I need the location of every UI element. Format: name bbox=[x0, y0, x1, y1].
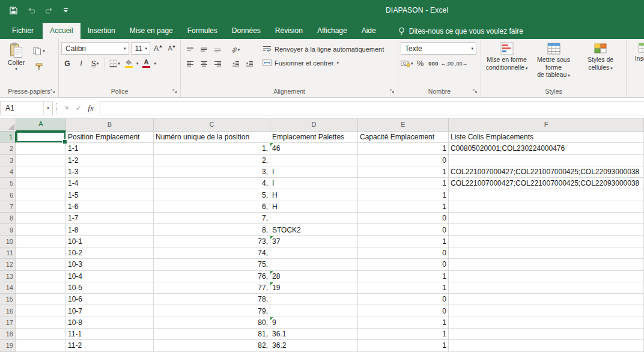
cell-E14[interactable]: 1 bbox=[358, 282, 449, 294]
cell-B16[interactable]: 10-7 bbox=[66, 305, 154, 317]
tab-formules[interactable]: Formules bbox=[180, 23, 225, 39]
cell-C7[interactable]: 6, bbox=[154, 201, 270, 213]
cell-E12[interactable]: 0 bbox=[358, 259, 449, 270]
row-header-17[interactable]: 17 bbox=[0, 317, 16, 329]
cell-A10[interactable] bbox=[16, 236, 66, 247]
tab-affichage[interactable]: Affichage bbox=[310, 23, 354, 39]
row-header-6[interactable]: 6 bbox=[0, 189, 16, 201]
cell-B6[interactable]: 1-5 bbox=[66, 189, 154, 201]
decrease-indent-button[interactable] bbox=[229, 58, 242, 70]
cell-A18[interactable] bbox=[16, 329, 66, 340]
cell-E16[interactable]: 0 bbox=[358, 305, 449, 317]
row-header-15[interactable]: 15 bbox=[0, 294, 16, 305]
cell-B5[interactable]: 1-4 bbox=[66, 178, 154, 189]
column-header-E[interactable]: E bbox=[358, 118, 449, 132]
cell-A9[interactable] bbox=[16, 224, 66, 235]
percent-style-button[interactable]: % bbox=[415, 57, 427, 70]
cell-D5[interactable]: I bbox=[270, 178, 358, 189]
column-header-B[interactable]: B bbox=[66, 118, 154, 132]
cell-C13[interactable]: 76, bbox=[154, 271, 270, 282]
cell-F3[interactable] bbox=[449, 155, 644, 166]
cell-B15[interactable]: 10-6 bbox=[66, 294, 154, 305]
name-box[interactable]: A1 ▾ bbox=[0, 101, 53, 115]
italic-button[interactable]: I bbox=[75, 57, 87, 70]
save-button[interactable] bbox=[10, 7, 17, 14]
cell-B13[interactable]: 10-4 bbox=[66, 271, 154, 282]
cell-D1[interactable]: Emplacement Palettes bbox=[270, 132, 358, 143]
cell-E18[interactable]: 1 bbox=[358, 329, 449, 340]
cell-A19[interactable] bbox=[16, 340, 66, 351]
cell-E15[interactable]: 0 bbox=[358, 294, 449, 305]
cell-A16[interactable] bbox=[16, 305, 66, 317]
clipboard-dialog-launcher[interactable] bbox=[50, 89, 56, 95]
cell-A15[interactable] bbox=[16, 294, 66, 305]
font-name-select[interactable]: Calibri▾ bbox=[61, 42, 129, 55]
column-header-D[interactable]: D bbox=[270, 118, 358, 132]
cell-B9[interactable]: 1-8 bbox=[66, 224, 154, 235]
cell-B11[interactable]: 10-2 bbox=[66, 247, 154, 259]
cell-B12[interactable]: 10-3 bbox=[66, 259, 154, 270]
cell-styles-button[interactable]: Styles de cellules▾ bbox=[577, 41, 624, 87]
cell-B10[interactable]: 10-1 bbox=[66, 236, 154, 247]
row-header-19[interactable]: 19 bbox=[0, 340, 16, 351]
cell-E9[interactable]: 0 bbox=[358, 224, 449, 235]
cell-C9[interactable]: 8, bbox=[154, 224, 270, 235]
paste-button[interactable]: Coller ▾ bbox=[2, 41, 30, 87]
cell-A11[interactable] bbox=[16, 247, 66, 259]
cell-E1[interactable]: Capacité Emplacement bbox=[358, 132, 449, 143]
row-header-9[interactable]: 9 bbox=[0, 224, 16, 235]
format-as-table-button[interactable]: Mettre sous forme de tableau▾ bbox=[530, 41, 577, 87]
tab-revision[interactable]: Révision bbox=[268, 23, 310, 39]
number-format-select[interactable]: Texte▾ bbox=[401, 42, 476, 55]
cell-D15[interactable] bbox=[270, 294, 358, 305]
tell-me[interactable]: Dites-nous ce que vous voulez faire bbox=[398, 23, 523, 39]
cell-E13[interactable]: 1 bbox=[358, 271, 449, 282]
cell-A6[interactable] bbox=[16, 189, 66, 201]
cell-B7[interactable]: 1-6 bbox=[66, 201, 154, 213]
cell-D6[interactable]: H bbox=[270, 189, 358, 201]
cell-D7[interactable]: H bbox=[270, 201, 358, 213]
cell-F10[interactable] bbox=[449, 236, 644, 247]
borders-button[interactable]: ▾ bbox=[109, 57, 121, 70]
cell-F5[interactable]: COL221007000427;COL221007000425;COL22093… bbox=[449, 178, 644, 189]
cell-C14[interactable]: 77, bbox=[154, 282, 270, 294]
cell-D13[interactable]: 28 bbox=[270, 271, 358, 282]
increase-font-size-button[interactable]: A bbox=[152, 42, 164, 55]
accounting-format-button[interactable]: ▾ bbox=[401, 57, 413, 70]
cell-C19[interactable]: 82, bbox=[154, 340, 270, 351]
cell-C4[interactable]: 3, bbox=[154, 166, 270, 178]
cell-A2[interactable] bbox=[16, 143, 66, 154]
cell-D18[interactable]: 36.1 bbox=[270, 329, 358, 340]
cell-D14[interactable]: 19 bbox=[270, 282, 358, 294]
cell-A13[interactable] bbox=[16, 271, 66, 282]
font-dialog-launcher[interactable] bbox=[172, 89, 178, 95]
row-header-3[interactable]: 3 bbox=[0, 155, 16, 166]
tab-mise-en-page[interactable]: Mise en page bbox=[123, 23, 180, 39]
conditional-formatting-button[interactable]: Mise en forme conditionnelle▾ bbox=[484, 41, 530, 87]
row-header-1[interactable]: 1 bbox=[0, 132, 16, 143]
row-header-13[interactable]: 13 bbox=[0, 271, 16, 282]
cell-B2[interactable]: 1-1 bbox=[66, 143, 154, 154]
cell-C11[interactable]: 74, bbox=[154, 247, 270, 259]
row-header-10[interactable]: 10 bbox=[0, 236, 16, 247]
cell-F19[interactable] bbox=[449, 340, 644, 351]
cell-D8[interactable] bbox=[270, 213, 358, 224]
qat-customize-button[interactable] bbox=[63, 8, 68, 13]
decrease-decimal-button[interactable]: ,00→ bbox=[455, 57, 468, 70]
tab-insertion[interactable]: Insertion bbox=[80, 23, 123, 39]
cell-B14[interactable]: 10-5 bbox=[66, 282, 154, 294]
cell-F1[interactable]: Liste Colis Emplacements bbox=[449, 132, 644, 143]
cell-E3[interactable]: 0 bbox=[358, 155, 449, 166]
cell-F8[interactable] bbox=[449, 213, 644, 224]
cell-D2[interactable]: 46 bbox=[270, 143, 358, 154]
cell-B4[interactable]: 1-3 bbox=[66, 166, 154, 178]
format-painter-button[interactable] bbox=[32, 61, 46, 72]
orientation-button[interactable]: ab▾ bbox=[229, 43, 242, 56]
cell-A14[interactable] bbox=[16, 282, 66, 294]
cell-C2[interactable]: 1, bbox=[154, 143, 270, 154]
increase-decimal-button[interactable]: ←,00 bbox=[441, 57, 454, 70]
cell-A12[interactable] bbox=[16, 259, 66, 270]
align-middle-button[interactable] bbox=[197, 43, 210, 56]
font-color-button[interactable]: A bbox=[141, 57, 153, 70]
cell-A7[interactable] bbox=[16, 201, 66, 213]
